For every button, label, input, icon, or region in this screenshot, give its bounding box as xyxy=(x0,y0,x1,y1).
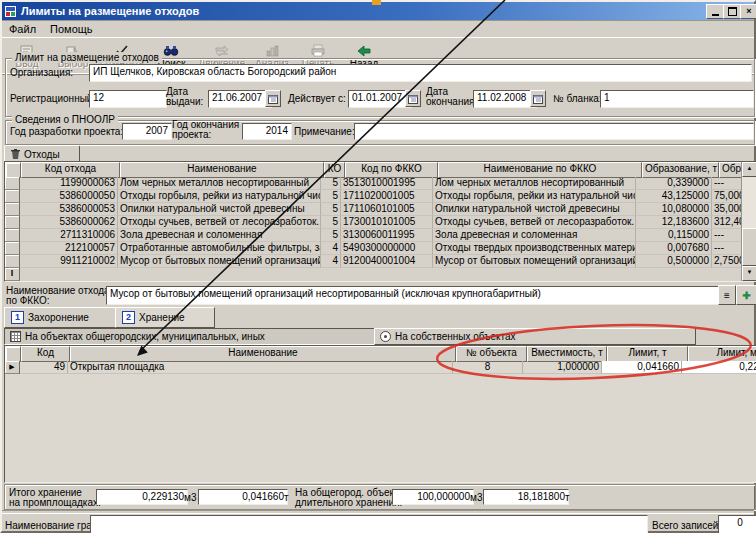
table-row[interactable]: 212100057 Отработанные автомобильные фил… xyxy=(5,242,756,255)
city-objects-icon xyxy=(10,331,21,342)
pnoolr-groupbox-title: Сведения о ПНООЛР xyxy=(12,114,118,125)
table-row[interactable]: 5386000062 Отходы сучьев, ветвей от лесо… xyxy=(5,216,756,229)
city-m3-unit: м3 xyxy=(470,492,482,503)
issue-date-field[interactable]: 21.06.2007 xyxy=(208,90,272,108)
city-t-field: 18,181800 xyxy=(483,489,569,505)
toggle-city-objects[interactable]: На объектах общегородских, муниципальных… xyxy=(4,328,382,345)
add-button[interactable]: ✚ xyxy=(736,285,756,305)
print-icon xyxy=(310,44,326,57)
row-marker-icon: ▶ xyxy=(5,361,20,374)
record-indicator: I xyxy=(5,268,20,281)
end-year-label: Год окончанияпроекта: xyxy=(172,120,239,139)
dev-year-label: Год разработки проекта: xyxy=(10,126,123,137)
calendar-icon xyxy=(268,94,278,104)
dev-year-field[interactable]: 2007 xyxy=(122,123,172,140)
organization-field[interactable]: ИП Щелчков, Кировская область Богородски… xyxy=(89,64,752,82)
registration-number-field[interactable]: 12 xyxy=(89,90,167,108)
table-row[interactable]: 5386000050 Отходы горбыля, рейки из нату… xyxy=(5,190,756,203)
end-date-calendar-button[interactable] xyxy=(530,90,546,107)
totals-t-unit: т xyxy=(284,492,289,503)
end-year-field[interactable]: 2014 xyxy=(242,123,292,140)
plus-icon: ✚ xyxy=(742,290,750,301)
waste-grid-scrollbar[interactable]: ▲ ▼ xyxy=(741,162,756,281)
objects-grid: Код Наименование № объекта Вместимость, … xyxy=(4,345,756,483)
statusbar-separator xyxy=(2,510,754,514)
menu-bar: Файл Помощь xyxy=(2,20,754,38)
blank-number-field[interactable]: 1 xyxy=(600,90,754,108)
tab-storage-label: Хранение xyxy=(139,312,185,323)
col-object-name[interactable]: Наименование xyxy=(70,346,456,362)
blank-number-label: № бланка: xyxy=(553,93,602,104)
col-waste-code[interactable]: Код отхода xyxy=(21,162,120,178)
memo-lines-icon: ≡ xyxy=(724,290,730,301)
col-name[interactable]: Наименование xyxy=(120,162,324,178)
note-field[interactable] xyxy=(354,123,754,140)
records-count-field: 0 xyxy=(718,515,756,533)
calendar-icon xyxy=(408,94,418,104)
table-row[interactable]: 9911210002 Мусор от бытовых помещений ор… xyxy=(5,255,756,268)
minimize-icon xyxy=(712,14,719,16)
own-objects-icon xyxy=(380,331,391,342)
restore-icon xyxy=(728,7,737,16)
column-name-field xyxy=(90,515,648,533)
back-arrow-icon xyxy=(356,44,372,57)
close-button[interactable]: × xyxy=(740,4,756,19)
waste-icon xyxy=(11,149,20,160)
tab-waste-label: Отходы xyxy=(24,149,60,160)
screenshot: Лимиты на размещение отходов × Файл Помо… xyxy=(0,0,756,533)
window-title: Лимиты на размещение отходов xyxy=(21,5,199,17)
waste-grid: Код отхода Наименование КО Код по ФККО Н… xyxy=(4,161,756,282)
records-count-label: Всего записей: xyxy=(652,520,721,531)
scroll-down-button[interactable]: ▼ xyxy=(742,266,756,281)
end-date-label: Датаокончания: xyxy=(426,87,477,106)
minimize-button[interactable] xyxy=(706,4,724,19)
app-icon xyxy=(4,5,17,18)
valid-from-label: Действует с: xyxy=(288,93,346,104)
close-icon: × xyxy=(746,7,751,16)
col-object-number[interactable]: № объекта xyxy=(456,346,527,362)
end-date-field[interactable]: 11.02.2008 xyxy=(473,90,537,108)
search-binoculars-icon xyxy=(163,44,179,57)
col-limit-t[interactable]: Лимит, т xyxy=(607,346,688,362)
calendar-icon xyxy=(533,94,543,104)
menu-help[interactable]: Помощь xyxy=(43,22,100,36)
valid-from-calendar-button[interactable] xyxy=(405,90,421,107)
city-t-unit: т xyxy=(565,492,570,503)
objects-grid-header: Код Наименование № объекта Вместимость, … xyxy=(5,346,756,361)
table-row[interactable]: 2711310006 Зола древесная и соломенная 5… xyxy=(5,229,756,242)
table-row[interactable]: 5386000053 Опилки натуральной чистой дре… xyxy=(5,203,756,216)
restore-button[interactable] xyxy=(723,4,741,19)
tab-burial-label: Захоронение xyxy=(28,312,89,323)
totals-m3-unit: м3 xyxy=(184,492,196,503)
note-label: Примечание: xyxy=(294,126,355,137)
toggle-own-objects-label: На собственных объектах xyxy=(395,331,516,342)
issue-date-calendar-button[interactable] xyxy=(265,90,281,107)
col-formation-t[interactable]: Образование, т xyxy=(642,162,719,178)
movement-icon xyxy=(214,44,230,57)
valid-from-field[interactable]: 01.01.2007 xyxy=(348,90,412,108)
col-fkko-code[interactable]: Код по ФККО xyxy=(345,162,438,178)
table-row[interactable]: ▶ 49 Открытая площадка 8 1,000000 0,0416… xyxy=(5,361,756,374)
col-capacity[interactable]: Вместимость, т xyxy=(527,346,607,362)
tab-storage[interactable]: 2 Хранение xyxy=(115,307,215,328)
toggle-own-objects[interactable]: На собственных объектах xyxy=(374,328,696,345)
table-row[interactable]: 1199000063 Лом черных металлов несортиро… xyxy=(5,177,756,190)
tab-number-icon: 1 xyxy=(11,311,24,324)
selected-waste-field: Мусор от бытовых помещений организаций н… xyxy=(106,286,722,305)
app-window: Лимиты на размещение отходов × Файл Помо… xyxy=(0,0,756,533)
memo-button[interactable]: ≡ xyxy=(718,285,736,305)
col-code[interactable]: Код xyxy=(21,346,70,362)
totals-m3-field: 0,229130 xyxy=(96,489,188,505)
analysis-icon xyxy=(264,44,280,57)
scroll-up-button[interactable]: ▲ xyxy=(742,162,756,177)
issue-date-label: Датавыдачи: xyxy=(166,87,203,106)
col-limit-m3[interactable]: Лимит, м3 xyxy=(688,346,756,362)
col-fkko-name[interactable]: Наименование по ФККО xyxy=(438,162,642,178)
scroll-up-icon: ▲ xyxy=(747,165,753,171)
table-row-stub: I xyxy=(5,268,756,281)
selected-waste-label: Наименование отходапо ФККО: xyxy=(6,286,110,305)
tab-burial[interactable]: 1 Захоронение xyxy=(4,307,126,328)
scroll-thumb[interactable] xyxy=(742,228,756,266)
menu-file[interactable]: Файл xyxy=(2,22,43,36)
col-ko[interactable]: КО xyxy=(324,162,345,178)
